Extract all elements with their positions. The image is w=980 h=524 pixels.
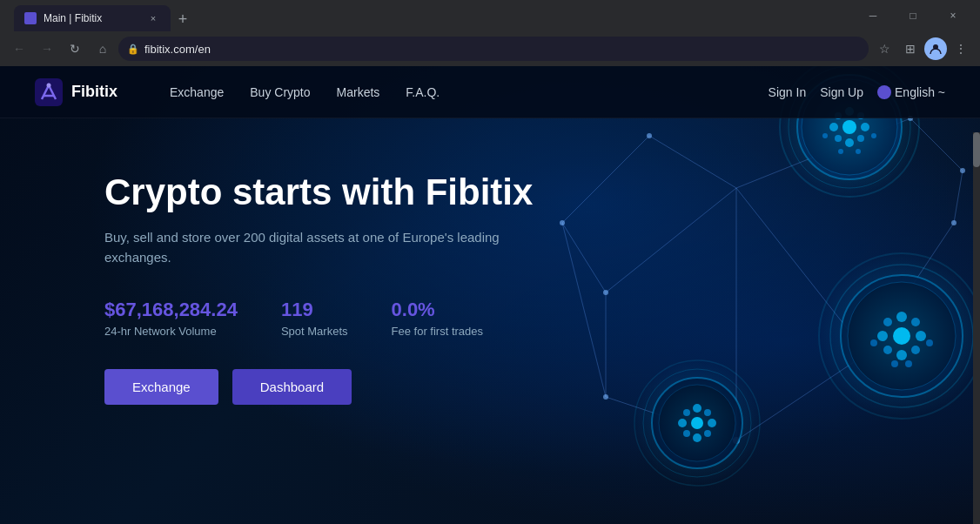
nav-language[interactable]: English ~ [877, 85, 945, 99]
stats-row: $67,168,284.24 24-hr Network Volume 119 … [104, 299, 945, 338]
svg-rect-73 [35, 78, 63, 106]
stat-value-fee: 0.0% [392, 299, 483, 321]
url-text: fibitix.com/en [144, 43, 860, 56]
stat-network-volume: $67,168,284.24 24-hr Network Volume [104, 299, 238, 338]
tab-favicon [24, 12, 37, 24]
hero-title: Crypto starts with Fibitix [104, 171, 557, 214]
close-button[interactable]: × [933, 0, 973, 31]
nav-links: Exchange Buy Crypto Markets F.A.Q. [170, 84, 440, 100]
website: Fibitix Exchange Buy Crypto Markets F.A.… [0, 66, 980, 524]
nav-sign-up[interactable]: Sign Up [820, 85, 863, 99]
new-tab-button[interactable]: + [171, 7, 195, 31]
svg-point-74 [47, 83, 51, 87]
address-input[interactable]: 🔒 fibitix.com/en [118, 37, 869, 61]
minimize-button[interactable]: ─ [853, 0, 893, 31]
nav-exchange[interactable]: Exchange [170, 85, 224, 99]
hero-section: Crypto starts with Fibitix Buy, sell and… [0, 118, 980, 440]
nav-right: Sign In Sign Up English ~ [769, 85, 945, 99]
hero-subtitle: Buy, sell and store over 200 digital ass… [104, 228, 522, 267]
back-button[interactable]: ← [7, 37, 31, 61]
site-nav: Fibitix Exchange Buy Crypto Markets F.A.… [0, 66, 980, 118]
dashboard-button[interactable]: Dashboard [232, 369, 352, 405]
maximize-button[interactable]: □ [893, 0, 933, 31]
menu-button[interactable]: ⋮ [949, 37, 973, 61]
stat-label-volume: 24-hr Network Volume [104, 325, 238, 338]
tab-close-button[interactable]: × [146, 11, 160, 25]
address-bar: ← → ↻ ⌂ 🔒 fibitix.com/en ☆ ⊞ ⋮ [0, 31, 980, 66]
toolbar-icons: ☆ ⊞ ⋮ [872, 37, 973, 61]
tab-bar: Main | Fibitix × + [14, 0, 853, 31]
language-label: English ~ [895, 85, 945, 99]
logo-icon [35, 78, 63, 106]
nav-sign-in[interactable]: Sign In [769, 85, 807, 99]
nav-faq[interactable]: F.A.Q. [406, 85, 440, 99]
stat-value-markets: 119 [281, 299, 348, 321]
stat-label-fee: Fee for first trades [392, 325, 483, 338]
stat-value-volume: $67,168,284.24 [104, 299, 238, 321]
exchange-button[interactable]: Exchange [104, 369, 218, 405]
title-bar: Main | Fibitix × + ─ □ × [0, 0, 980, 31]
home-button[interactable]: ⌂ [91, 37, 115, 61]
site-logo[interactable]: Fibitix [35, 78, 117, 106]
hero-buttons: Exchange Dashboard [104, 369, 945, 405]
stat-fee: 0.0% Fee for first trades [392, 299, 483, 338]
bookmark-button[interactable]: ☆ [872, 37, 896, 61]
nav-markets[interactable]: Markets [337, 85, 380, 99]
tab-title: Main | Fibitix [44, 12, 139, 24]
lock-icon: 🔒 [127, 44, 139, 55]
forward-button[interactable]: → [35, 37, 59, 61]
globe-icon [877, 85, 891, 99]
reload-button[interactable]: ↻ [63, 37, 87, 61]
title-bar-controls: ─ □ × [853, 0, 973, 31]
extensions-button[interactable]: ⊞ [898, 37, 923, 61]
nav-buy-crypto[interactable]: Buy Crypto [250, 85, 310, 99]
active-tab[interactable]: Main | Fibitix × [14, 5, 171, 31]
profile-button[interactable] [924, 37, 947, 60]
stat-spot-markets: 119 Spot Markets [281, 299, 348, 338]
stat-label-markets: Spot Markets [281, 325, 348, 338]
logo-text: Fibitix [71, 83, 117, 101]
